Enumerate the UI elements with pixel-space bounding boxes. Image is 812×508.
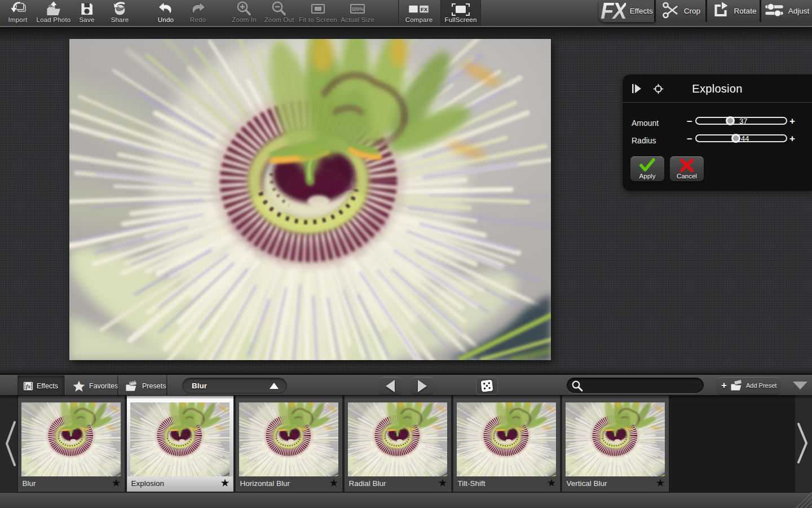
svg-text:100%: 100% bbox=[351, 6, 364, 12]
svg-text:fx: fx bbox=[26, 383, 30, 389]
svg-text:FX: FX bbox=[421, 6, 428, 12]
